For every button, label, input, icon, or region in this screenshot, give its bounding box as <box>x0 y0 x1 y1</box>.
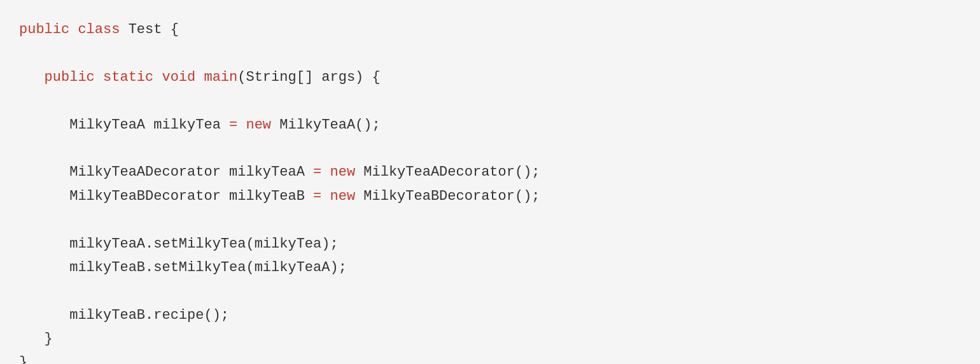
code-line: } <box>19 327 961 351</box>
normal-token <box>195 69 204 85</box>
normal-token: MilkyTeaBDecorator(); <box>355 188 540 204</box>
normal-token: MilkyTeaADecorator milkyTeaA <box>19 164 313 180</box>
code-line: milkyTeaB.setMilkyTea(milkyTeaA); <box>19 256 961 279</box>
operator-token: = <box>229 117 237 133</box>
normal-token <box>321 188 330 204</box>
keyword-token: new <box>330 164 355 180</box>
code-line: public static void main(String[] args) { <box>19 66 961 89</box>
operator-token: = <box>313 164 321 180</box>
normal-token: } <box>19 354 27 364</box>
code-block: public class Test { public static void m… <box>19 18 961 364</box>
code-line-empty <box>19 137 961 160</box>
normal-token <box>237 117 246 133</box>
normal-token: MilkyTeaA(); <box>271 117 381 133</box>
normal-token: milkyTeaB.setMilkyTea(milkyTeaA); <box>19 260 347 276</box>
code-line-empty <box>19 208 961 232</box>
normal-token <box>321 164 330 180</box>
normal-token <box>19 69 45 85</box>
normal-token: } <box>19 331 53 347</box>
normal-token: milkyTeaB.recipe(); <box>19 307 229 323</box>
normal-token: MilkyTeaADecorator(); <box>355 164 540 180</box>
keyword-token: public static void <box>45 69 196 85</box>
code-line-empty <box>19 41 961 65</box>
code-line: public class Test { <box>19 18 961 41</box>
keyword-token: public class <box>19 22 120 38</box>
keyword-token: main <box>204 69 237 85</box>
code-line: } <box>19 351 961 364</box>
code-line: milkyTeaB.recipe(); <box>19 304 961 327</box>
normal-token: Test { <box>120 22 178 38</box>
code-line-empty <box>19 89 961 113</box>
code-line: MilkyTeaADecorator milkyTeaA = new Milky… <box>19 160 961 184</box>
normal-token: (String[] args) { <box>237 69 380 85</box>
code-line-empty <box>19 279 961 303</box>
code-line: MilkyTeaBDecorator milkyTeaB = new Milky… <box>19 185 961 208</box>
code-line: MilkyTeaA milkyTea = new MilkyTeaA(); <box>19 113 961 137</box>
normal-token: milkyTeaA.setMilkyTea(milkyTea); <box>19 236 339 252</box>
keyword-token: new <box>246 117 271 133</box>
normal-token: MilkyTeaBDecorator milkyTeaB <box>19 188 313 204</box>
keyword-token: new <box>330 188 355 204</box>
normal-token: MilkyTeaA milkyTea <box>19 117 229 133</box>
operator-token: = <box>313 188 321 204</box>
code-line: milkyTeaA.setMilkyTea(milkyTea); <box>19 232 961 256</box>
code-editor: public class Test { public static void m… <box>0 0 980 364</box>
